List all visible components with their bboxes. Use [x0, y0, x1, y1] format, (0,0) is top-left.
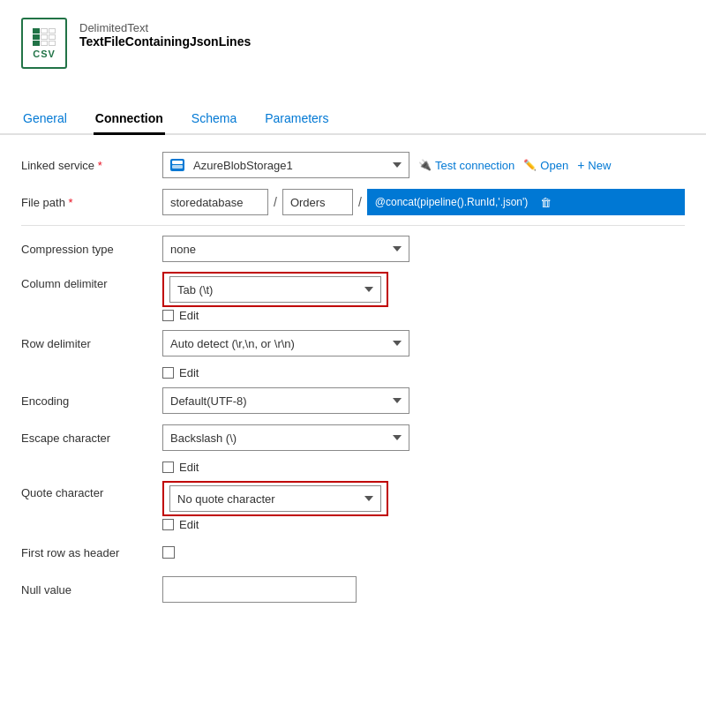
- icon-cell: [49, 28, 56, 34]
- dropdown-arrow-column-icon: [364, 287, 373, 292]
- icon-cell: [33, 41, 40, 46]
- row-delimiter-row: Row delimiter Auto detect (\r,\n, or \r\…: [21, 329, 685, 357]
- icon-cell: [41, 34, 48, 40]
- form-area: Linked service * AzureBlobStorage1 🔌 Tes…: [0, 135, 706, 604]
- escape-character-row: Escape character Backslash (\): [21, 424, 685, 452]
- new-button[interactable]: + New: [577, 158, 611, 172]
- dropdown-arrow-escape-icon: [393, 435, 402, 440]
- linked-service-label: Linked service *: [21, 159, 162, 172]
- null-value-row: Null value: [21, 575, 685, 604]
- dataset-name-label: TextFileContainingJsonLines: [79, 34, 251, 49]
- path-separator-2: /: [353, 195, 367, 209]
- icon-cell: [33, 34, 40, 40]
- escape-character-dropdown[interactable]: Backslash (\): [162, 424, 409, 451]
- file-path-controls: / / @concat(pipeline().RunId,'.json') 🗑: [162, 189, 685, 215]
- path-separator-1: /: [268, 195, 282, 209]
- quote-character-section: Quote character No quote character: [21, 481, 685, 516]
- escape-character-edit-label: Edit: [179, 461, 199, 474]
- escape-character-control: Backslash (\): [162, 424, 685, 451]
- linked-service-controls: AzureBlobStorage1 🔌 Test connection ✏️ O…: [162, 152, 685, 178]
- required-star-filepath: *: [69, 196, 73, 209]
- column-delimiter-edit-checkbox[interactable]: [162, 310, 174, 321]
- row-delimiter-edit-checkbox[interactable]: [162, 367, 174, 379]
- column-delimiter-dropdown[interactable]: Tab (\t): [169, 276, 381, 303]
- first-row-header-label: First row as header: [21, 546, 162, 559]
- encoding-dropdown[interactable]: Default(UTF-8): [162, 387, 409, 414]
- column-delimiter-section: Column delimiter Tab (\t): [21, 272, 685, 307]
- encoding-row: Encoding Default(UTF-8): [21, 387, 685, 415]
- dropdown-arrow-row-icon: [393, 341, 402, 346]
- escape-character-edit-checkbox[interactable]: [162, 462, 174, 473]
- null-value-input[interactable]: [162, 576, 357, 603]
- encoding-label: Encoding: [21, 394, 162, 408]
- delete-formula-button[interactable]: 🗑: [535, 191, 556, 213]
- test-connection-button[interactable]: 🔌 Test connection: [418, 159, 514, 172]
- trash-icon: 🗑: [540, 196, 552, 209]
- file-path-formula[interactable]: @concat(pipeline().RunId,'.json') 🗑: [367, 189, 685, 215]
- tab-parameters[interactable]: Parameters: [263, 104, 330, 135]
- file-path-row: File path * / / @concat(pipeline().RunId…: [21, 188, 685, 216]
- row-delimiter-edit-label: Edit: [179, 366, 199, 379]
- page-container: CSV DelimitedText TextFileContainingJson…: [0, 0, 706, 728]
- column-delimiter-edit-label: Edit: [179, 309, 199, 322]
- dropdown-arrow-quote-icon: [364, 496, 373, 501]
- escape-character-label: Escape character: [21, 432, 162, 445]
- header: CSV DelimitedText TextFileContainingJson…: [0, 0, 706, 69]
- first-row-header-row: First row as header: [21, 538, 685, 567]
- dropdown-arrow-compression-icon: [393, 246, 402, 251]
- icon-cell: [49, 34, 56, 40]
- column-delimiter-highlighted: Tab (\t): [162, 272, 388, 307]
- svg-rect-0: [172, 161, 183, 164]
- row-delimiter-dropdown[interactable]: Auto detect (\r,\n, or \r\n): [162, 330, 409, 356]
- header-text: DelimitedText TextFileContainingJsonLine…: [79, 18, 251, 49]
- quote-character-edit-checkbox[interactable]: [162, 519, 174, 530]
- dropdown-arrow-icon: [393, 162, 402, 168]
- escape-character-edit-row: Edit: [21, 461, 685, 474]
- required-star: *: [98, 159, 102, 172]
- plug-icon: 🔌: [418, 159, 432, 171]
- quote-character-dropdown-row: No quote character: [169, 485, 381, 512]
- column-delimiter-edit-row: Edit: [21, 309, 685, 322]
- file-path-part1-input[interactable]: [162, 189, 268, 215]
- compression-type-control: none: [162, 236, 685, 262]
- plus-icon: +: [577, 158, 584, 172]
- quote-character-label: Quote character: [21, 481, 162, 499]
- type-label: DelimitedText: [79, 21, 251, 34]
- null-value-label: Null value: [21, 583, 162, 597]
- compression-type-label: Compression type: [21, 243, 162, 256]
- tabs-container: General Connection Schema Parameters: [0, 104, 706, 135]
- row-delimiter-control: Auto detect (\r,\n, or \r\n): [162, 330, 685, 356]
- column-delimiter-dropdown-row: Tab (\t): [169, 276, 381, 303]
- file-path-part2-input[interactable]: [282, 189, 353, 215]
- dropdown-arrow-encoding-icon: [393, 398, 402, 403]
- compression-type-row: Compression type none: [21, 235, 685, 263]
- linked-service-row: Linked service * AzureBlobStorage1 🔌 Tes…: [21, 151, 685, 179]
- quote-character-dropdown[interactable]: No quote character: [169, 485, 381, 512]
- tab-schema[interactable]: Schema: [190, 104, 238, 135]
- tab-general[interactable]: General: [21, 104, 69, 135]
- pencil-icon: ✏️: [523, 159, 537, 171]
- row-delimiter-label: Row delimiter: [21, 337, 162, 350]
- icon-cell: [41, 41, 48, 46]
- open-button[interactable]: ✏️ Open: [523, 159, 568, 172]
- csv-icon-grid: [33, 28, 56, 46]
- quote-character-edit-row: Edit: [21, 518, 685, 531]
- encoding-control: Default(UTF-8): [162, 387, 685, 414]
- icon-cell: [33, 28, 40, 34]
- divider-1: [21, 225, 685, 226]
- file-path-label: File path *: [21, 196, 162, 209]
- icon-cell: [41, 28, 48, 34]
- row-delimiter-edit-row: Edit: [21, 366, 685, 379]
- storage-icon: [170, 159, 184, 171]
- compression-type-dropdown[interactable]: none: [162, 236, 409, 262]
- quote-character-highlighted: No quote character: [162, 481, 388, 516]
- svg-rect-1: [172, 165, 183, 169]
- quote-character-edit-label: Edit: [179, 518, 199, 531]
- first-row-header-checkbox[interactable]: [162, 546, 175, 559]
- csv-label: CSV: [33, 49, 56, 59]
- csv-icon: CSV: [21, 18, 67, 69]
- null-value-control: [162, 576, 685, 603]
- first-row-header-control: [162, 546, 685, 559]
- linked-service-dropdown[interactable]: AzureBlobStorage1: [162, 152, 409, 178]
- tab-connection[interactable]: Connection: [94, 104, 165, 135]
